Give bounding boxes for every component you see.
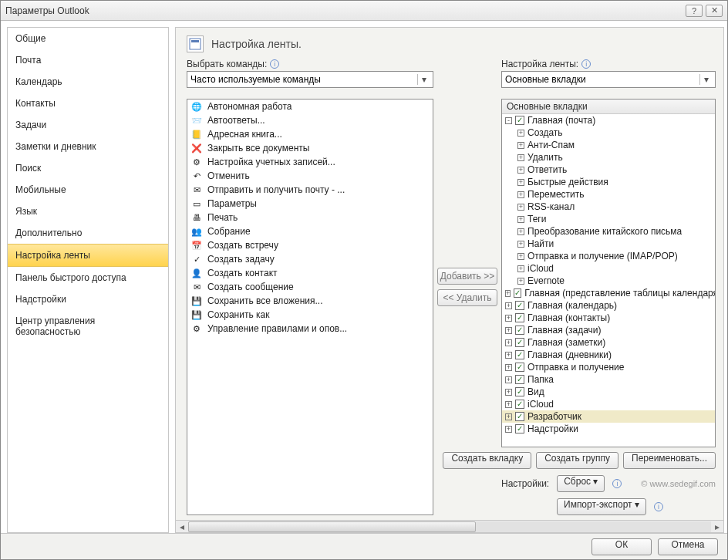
sidebar-item[interactable]: Задачи [8,114,168,136]
tree-node[interactable]: +✓Главная (задачи) [502,324,715,336]
expander-icon[interactable]: + [505,315,512,322]
sidebar-item[interactable]: Мобильные [8,179,168,201]
sidebar-item[interactable]: Контакты [8,93,168,114]
command-item[interactable]: 🖶Печать [187,211,433,224]
ok-button[interactable]: ОК [592,538,652,555]
tree-node[interactable]: +Анти-Спам [502,139,715,151]
expander-icon[interactable]: + [517,253,524,260]
expander-icon[interactable]: + [505,401,512,408]
sidebar-item[interactable]: Язык [8,201,168,222]
expander-icon[interactable]: + [517,204,524,211]
tree-node[interactable]: +✓Главная (контакты) [502,312,715,324]
expander-icon[interactable]: + [517,142,524,149]
ribbon-tree[interactable]: Основные вкладки -✓Главная (почта)+Созда… [501,99,716,447]
command-item[interactable]: ⚙Настройка учетных записей... [187,155,433,169]
new-tab-button[interactable]: Создать вкладку [443,452,531,469]
expander-icon[interactable]: + [517,179,524,186]
command-item[interactable]: ⚙Управление правилами и опов... [187,322,433,336]
expander-icon[interactable]: + [505,426,512,433]
tree-node[interactable]: +✓Папка [502,373,715,386]
commands-source-select[interactable]: Часто используемые команды ▾ [187,71,433,88]
tree-node[interactable]: +Найти [502,238,715,250]
checkbox[interactable]: ✓ [515,326,524,335]
expander-icon[interactable]: + [517,278,524,285]
expander-icon[interactable]: + [517,265,524,272]
tree-node[interactable]: +iCloud [502,262,715,275]
expander-icon[interactable]: + [505,413,512,420]
command-item[interactable]: ↶Отменить [187,169,433,183]
tree-node[interactable]: +Быстрые действия [502,176,715,188]
checkbox[interactable]: ✓ [515,387,524,396]
command-item[interactable]: 📅Создать встречу [187,238,433,252]
tree-node[interactable]: +✓Главная (календарь) [502,299,715,312]
expander-icon[interactable]: + [517,216,524,223]
checkbox[interactable]: ✓ [515,400,524,409]
command-item[interactable]: ✉Отправить и получить почту - ... [187,183,433,197]
new-group-button[interactable]: Создать группу [536,452,618,469]
tree-node[interactable]: +Ответить [502,164,715,176]
import-export-button[interactable]: Импорт-экспорт ▾ [557,498,646,515]
tree-node[interactable]: +Удалить [502,151,715,164]
remove-button[interactable]: << Удалить [437,289,497,306]
command-item[interactable]: ✉Создать сообщение [187,280,433,294]
scroll-right-icon[interactable]: ▸ [711,521,723,532]
tree-node[interactable]: +✓iCloud [502,398,715,410]
sidebar-item[interactable]: Центр управления безопасностью [8,310,168,342]
command-item[interactable]: ▭Параметры [187,197,433,211]
tree-node[interactable]: +Преобразование китайского письма [502,225,715,238]
expander-icon[interactable]: + [505,302,512,309]
checkbox[interactable]: ✓ [514,288,521,298]
tree-node[interactable]: +Evernote [502,275,715,287]
tree-node[interactable]: +✓Разработчик [502,410,715,423]
command-item[interactable]: 📒Адресная книга... [187,127,433,141]
expander-icon[interactable]: + [517,154,524,161]
close-button[interactable]: ✕ [706,5,723,17]
cancel-button[interactable]: Отмена [658,538,718,555]
help-button[interactable]: ? [686,5,703,17]
expander-icon[interactable]: + [505,389,512,396]
tree-node[interactable]: +✓Надстройки [502,423,715,435]
command-item[interactable]: ✓Создать задачу [187,252,433,266]
expander-icon[interactable]: + [517,241,524,248]
rename-button[interactable]: Переименовать... [623,452,716,469]
tree-node[interactable]: +✓Главная (заметки) [502,336,715,349]
expander-icon[interactable]: + [505,376,512,383]
checkbox[interactable]: ✓ [515,412,524,421]
checkbox[interactable]: ✓ [515,313,524,322]
tree-node[interactable]: +Теги [502,213,715,225]
checkbox[interactable]: ✓ [515,424,524,433]
info-icon[interactable]: i [581,59,591,69]
tree-node[interactable]: +Отправка и получение (IMAP/POP) [502,250,715,262]
sidebar-item[interactable]: Настройка ленты [8,244,168,267]
scroll-left-icon[interactable]: ◂ [176,521,188,532]
info-icon[interactable]: i [270,59,279,69]
tree-node[interactable]: +✓Вид [502,386,715,398]
add-button[interactable]: Добавить >> [437,268,497,285]
command-item[interactable]: 💾Сохранить все вложения... [187,294,433,308]
checkbox[interactable]: ✓ [515,338,524,347]
command-item[interactable]: ❌Закрыть все документы [187,141,433,155]
tree-node[interactable]: +RSS-канал [502,201,715,213]
tree-node[interactable]: +✓Главная (дневники) [502,349,715,361]
sidebar-item[interactable]: Панель быстрого доступа [8,267,168,288]
scroll-track[interactable] [188,521,711,532]
tree-node[interactable]: +Переместить [502,188,715,201]
expander-icon[interactable]: + [505,339,512,346]
checkbox[interactable]: ✓ [515,363,524,372]
checkbox[interactable]: ✓ [515,350,524,359]
expander-icon[interactable]: + [517,191,524,198]
checkbox[interactable]: ✓ [515,116,524,125]
tree-node[interactable]: +✓Главная (представление таблицы календа… [502,287,715,299]
scroll-thumb[interactable] [188,521,476,532]
command-item[interactable]: 📨Автоответы... [187,113,433,127]
command-item[interactable]: 👤Создать контакт [187,266,433,280]
tree-node[interactable]: +Создать [502,127,715,139]
expander-icon[interactable]: + [517,130,524,137]
horizontal-scrollbar[interactable]: ◂ ▸ [176,520,723,532]
info-icon[interactable]: i [612,479,622,488]
sidebar-item[interactable]: Поиск [8,157,168,179]
expander-icon[interactable]: + [505,352,512,359]
command-item[interactable]: 🌐Автономная работа [187,100,433,113]
ribbon-target-select[interactable]: Основные вкладки ▾ [501,71,716,88]
sidebar-item[interactable]: Заметки и дневник [8,136,168,157]
